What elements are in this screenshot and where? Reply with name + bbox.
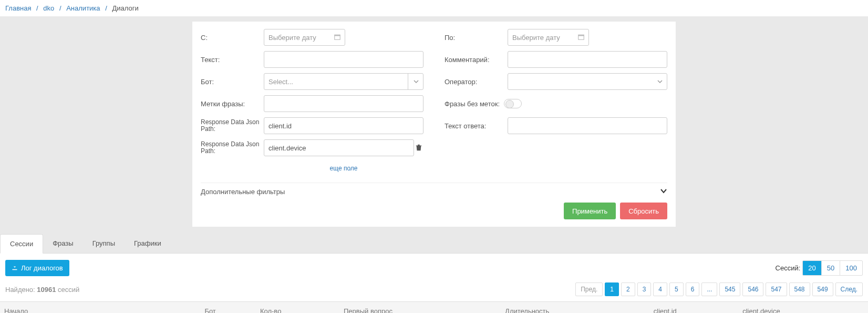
bot-select-placeholder: Select... — [268, 78, 293, 86]
comment-label: Комментарий: — [445, 56, 508, 64]
th-duration: Длительность — [501, 302, 649, 314]
comment-input[interactable] — [508, 51, 667, 68]
pager: Пред. 1 2 3 4 5 6 ... 545 546 547 548 54… — [575, 282, 863, 296]
bot-label: Бот: — [201, 78, 264, 86]
pager-page-547[interactable]: 547 — [766, 282, 787, 296]
download-log-button[interactable]: Лог диалогов — [5, 260, 69, 276]
page-size-50[interactable]: 50 — [822, 261, 840, 275]
th-first: Первый вопрос — [339, 302, 501, 314]
chevron-down-icon — [408, 74, 419, 89]
calendar-icon — [334, 34, 340, 42]
json-path-input-2[interactable] — [264, 139, 414, 156]
phrase-tags-label: Метки фразы: — [201, 100, 264, 108]
untagged-label: Фразы без меток: — [445, 100, 500, 108]
operator-label: Оператор: — [445, 78, 508, 86]
from-label: С: — [201, 34, 264, 42]
text-label: Текст: — [201, 56, 264, 64]
tab-groups[interactable]: Группы — [83, 234, 125, 253]
extra-filters-toggle[interactable]: Дополнительные фильтры — [201, 183, 667, 196]
json-path-label-1: Response Data Json Path: — [201, 119, 264, 133]
trash-icon — [415, 144, 422, 153]
breadcrumb-current: Диалоги — [112, 4, 138, 12]
page-size-options: 20 50 100 — [802, 260, 863, 276]
extra-filters-label: Дополнительные фильтры — [201, 188, 285, 196]
pager-page-1[interactable]: 1 — [605, 282, 619, 296]
pager-prev[interactable]: Пред. — [575, 282, 603, 296]
session-count: Сессий: 20 50 100 — [776, 260, 863, 276]
th-start: Начало — [0, 302, 200, 314]
reset-button[interactable]: Сбросить — [620, 203, 667, 219]
date-from-placeholder: Выберите дату — [268, 34, 316, 42]
th-bot: Бот — [200, 302, 256, 314]
pager-page-545[interactable]: 545 — [719, 282, 740, 296]
answer-text-input[interactable] — [508, 117, 667, 134]
pager-page-6[interactable]: 6 — [686, 282, 700, 296]
json-path-label-2: Response Data Json Path: — [201, 141, 264, 155]
pager-next[interactable]: След. — [835, 282, 863, 296]
svg-rect-3 — [578, 35, 584, 36]
phrase-tags-input[interactable] — [264, 95, 423, 112]
toolbar: Лог диалогов Сессий: 20 50 100 — [0, 254, 868, 280]
pager-page-3[interactable]: 3 — [637, 282, 652, 296]
pager-page-2[interactable]: 2 — [621, 282, 635, 296]
filter-panel: С: Выберите дату По: Выберите дату Текст… — [192, 22, 676, 227]
filter-area: С: Выберите дату По: Выберите дату Текст… — [0, 16, 868, 234]
date-to-placeholder: Выберите дату — [512, 34, 560, 42]
breadcrumb-home[interactable]: Главная — [5, 4, 31, 12]
breadcrumb: Главная / dko / Аналитика / Диалоги — [0, 0, 868, 16]
breadcrumb-sep: / — [56, 4, 65, 12]
download-log-label: Лог диалогов — [21, 264, 63, 272]
pager-page-4[interactable]: 4 — [653, 282, 667, 296]
pager-ellipsis[interactable]: ... — [701, 282, 717, 296]
tab-sessions[interactable]: Сессии — [0, 234, 43, 254]
to-label: По: — [445, 34, 508, 42]
svg-rect-1 — [335, 35, 340, 36]
calendar-icon — [578, 34, 584, 42]
more-field-link[interactable]: еще поле — [201, 165, 423, 172]
chevron-down-icon — [657, 78, 663, 86]
tab-charts[interactable]: Графики — [125, 234, 171, 253]
pager-page-549[interactable]: 549 — [812, 282, 833, 296]
operator-select[interactable] — [508, 73, 667, 90]
pager-page-546[interactable]: 546 — [742, 282, 763, 296]
page-size-20[interactable]: 20 — [803, 261, 821, 275]
download-icon — [12, 264, 18, 272]
th-count: Кол-во — [256, 302, 339, 314]
sessions-label: Сессий: — [776, 264, 801, 272]
date-to-input[interactable]: Выберите дату — [508, 29, 589, 46]
untagged-toggle[interactable] — [504, 99, 522, 108]
th-client-id: client.id — [649, 302, 738, 314]
tab-phrases[interactable]: Фразы — [43, 234, 83, 253]
breadcrumb-analytics[interactable]: Аналитика — [66, 4, 100, 12]
date-from-input[interactable]: Выберите дату — [264, 29, 345, 46]
th-client-device: client.device — [738, 302, 868, 314]
found-row: Найдено: 10961 сессий Пред. 1 2 3 4 5 6 … — [0, 280, 868, 301]
breadcrumb-sep: / — [33, 4, 42, 12]
delete-json-path-button[interactable] — [414, 144, 423, 153]
text-input[interactable] — [264, 51, 423, 68]
page-size-100[interactable]: 100 — [840, 261, 862, 275]
answer-text-label: Текст ответа: — [445, 122, 508, 130]
bot-select[interactable]: Select... — [264, 73, 423, 90]
apply-button[interactable]: Применить — [564, 203, 616, 219]
found-text: Найдено: 10961 сессий — [5, 286, 79, 294]
tabs: Сессии Фразы Группы Графики — [0, 234, 868, 254]
chevron-down-icon — [660, 187, 667, 196]
pager-page-5[interactable]: 5 — [669, 282, 684, 296]
breadcrumb-sep: / — [102, 4, 110, 12]
breadcrumb-dko[interactable]: dko — [43, 4, 54, 12]
filter-buttons: Применить Сбросить — [201, 203, 667, 219]
pager-page-548[interactable]: 548 — [789, 282, 810, 296]
json-path-input-1[interactable] — [264, 117, 423, 134]
sessions-table: Начало Бот Кол-во Первый вопрос Длительн… — [0, 301, 868, 313]
